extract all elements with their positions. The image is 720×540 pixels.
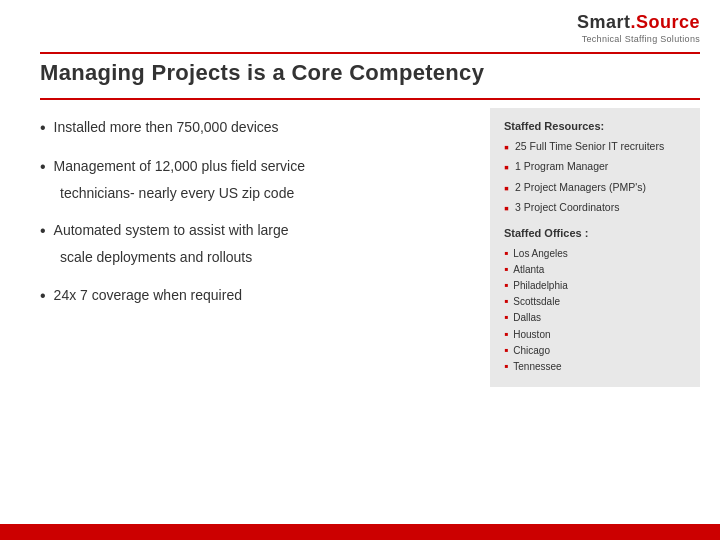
bullet-text-3-indent: scale deployments and rollouts bbox=[60, 248, 252, 268]
bullet-text-1: Installed more then 750,000 devices bbox=[54, 118, 279, 138]
bullet-item-3: • Automated system to assist with large bbox=[40, 221, 470, 242]
office-text-3: Scottsdale bbox=[513, 295, 560, 308]
staffed-offices-title: Staffed Offices : bbox=[504, 227, 686, 239]
bullet-item-1: • Installed more then 750,000 devices bbox=[40, 118, 470, 139]
logo: Smart.Source bbox=[577, 12, 700, 33]
office-item-4: ▪ Dallas bbox=[504, 311, 686, 324]
office-text-2: Philadelphia bbox=[513, 279, 568, 292]
staffed-item-3: ▪ 2 Project Managers (PMP's) bbox=[504, 181, 686, 196]
staffed-item-2: ▪ 1 Program Manager bbox=[504, 160, 686, 175]
bottom-bar bbox=[0, 524, 720, 540]
title-rule bbox=[40, 98, 700, 100]
office-bullet-0: ▪ bbox=[504, 247, 508, 260]
office-bullet-6: ▪ bbox=[504, 344, 508, 357]
office-bullet-5: ▪ bbox=[504, 328, 508, 341]
bullet-text-3: Automated system to assist with large bbox=[54, 221, 289, 241]
office-bullet-2: ▪ bbox=[504, 279, 508, 292]
office-item-2: ▪ Philadelphia bbox=[504, 279, 686, 292]
office-text-0: Los Angeles bbox=[513, 247, 568, 260]
staffed-bullet-2: ▪ bbox=[504, 160, 509, 175]
office-item-5: ▪ Houston bbox=[504, 328, 686, 341]
staffed-item-4: ▪ 3 Project Coordinators bbox=[504, 201, 686, 216]
office-item-6: ▪ Chicago bbox=[504, 344, 686, 357]
bullet-dot-2: • bbox=[40, 157, 46, 178]
office-bullet-4: ▪ bbox=[504, 311, 508, 324]
bullet-item-4: • 24x 7 coverage when required bbox=[40, 286, 470, 307]
offices-grid: ▪ Los Angeles ▪ Atlanta ▪ Philadelphia ▪… bbox=[504, 247, 686, 374]
bullet-item-3-indent: scale deployments and rollouts bbox=[60, 248, 470, 268]
logo-source-text: Source bbox=[636, 12, 700, 32]
office-item-1: ▪ Atlanta bbox=[504, 263, 686, 276]
right-column: Staffed Resources: ▪ 25 Full Time Senior… bbox=[490, 108, 700, 510]
staffed-bullet-4: ▪ bbox=[504, 201, 509, 216]
bullet-text-2-indent: technicians- nearly every US zip code bbox=[60, 184, 294, 204]
office-item-3: ▪ Scottsdale bbox=[504, 295, 686, 308]
office-text-6: Chicago bbox=[513, 344, 550, 357]
staffed-item-1-text: 25 Full Time Senior IT recruiters bbox=[515, 140, 664, 154]
bullet-dot-3: • bbox=[40, 221, 46, 242]
logo-smart-text: Smart bbox=[577, 12, 631, 32]
bullet-text-4: 24x 7 coverage when required bbox=[54, 286, 242, 306]
office-item-7: ▪ Tennessee bbox=[504, 360, 686, 373]
office-bullet-1: ▪ bbox=[504, 263, 508, 276]
office-text-7: Tennessee bbox=[513, 360, 561, 373]
left-column: • Installed more then 750,000 devices • … bbox=[40, 108, 470, 510]
main-content: • Installed more then 750,000 devices • … bbox=[40, 108, 700, 510]
office-text-1: Atlanta bbox=[513, 263, 544, 276]
staffed-resources-title: Staffed Resources: bbox=[504, 120, 686, 132]
office-text-4: Dallas bbox=[513, 311, 541, 324]
staffed-item-2-text: 1 Program Manager bbox=[515, 160, 608, 174]
page-title: Managing Projects is a Core Competency bbox=[40, 60, 484, 86]
bullet-dot-4: • bbox=[40, 286, 46, 307]
top-rule bbox=[40, 52, 700, 54]
staffed-resources-box: Staffed Resources: ▪ 25 Full Time Senior… bbox=[490, 108, 700, 387]
bullet-text-2: Management of 12,000 plus field service bbox=[54, 157, 305, 177]
logo-tagline: Technical Staffing Solutions bbox=[577, 34, 700, 44]
bullet-item-2-indent: technicians- nearly every US zip code bbox=[60, 184, 470, 204]
office-item-0: ▪ Los Angeles bbox=[504, 247, 686, 260]
bullet-dot-1: • bbox=[40, 118, 46, 139]
office-bullet-3: ▪ bbox=[504, 295, 508, 308]
bullet-item-2: • Management of 12,000 plus field servic… bbox=[40, 157, 470, 178]
staffed-item-4-text: 3 Project Coordinators bbox=[515, 201, 619, 215]
staffed-item-3-text: 2 Project Managers (PMP's) bbox=[515, 181, 646, 195]
staffed-bullet-1: ▪ bbox=[504, 140, 509, 155]
office-text-5: Houston bbox=[513, 328, 550, 341]
staffed-bullet-3: ▪ bbox=[504, 181, 509, 196]
logo-area: Smart.Source Technical Staffing Solution… bbox=[577, 12, 700, 44]
office-bullet-7: ▪ bbox=[504, 360, 508, 373]
staffed-item-1: ▪ 25 Full Time Senior IT recruiters bbox=[504, 140, 686, 155]
